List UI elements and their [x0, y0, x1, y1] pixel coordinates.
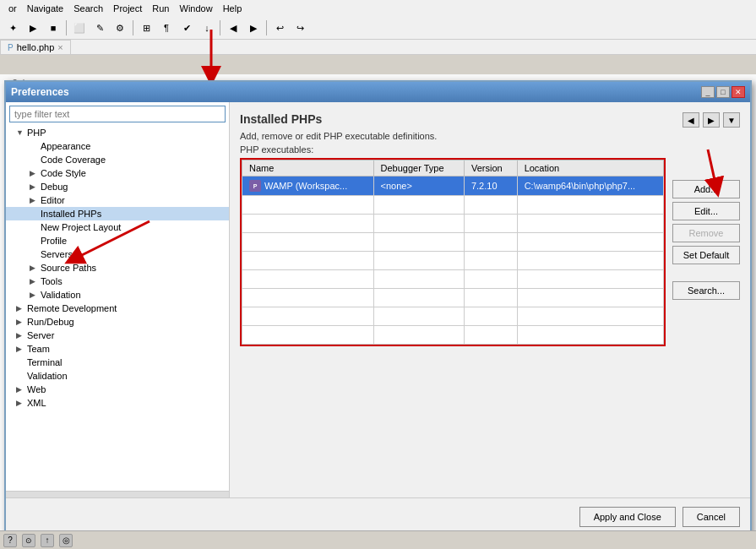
filter-input[interactable] [9, 106, 226, 122]
toolbar-btn-3[interactable]: ■ [44, 19, 63, 37]
col-debugger: Debugger Type [373, 160, 464, 177]
tree-label-editor: Editor [41, 195, 65, 205]
menu-project[interactable]: Project [108, 2, 147, 15]
nav-back-button[interactable]: ◀ [683, 112, 699, 128]
remove-button[interactable]: Remove [672, 224, 740, 242]
tree-item-tools[interactable]: ▶ Tools [6, 274, 229, 288]
status-icon-upload[interactable]: ↑ [41, 534, 54, 547]
toolbar-btn-11[interactable]: ◀ [224, 19, 242, 37]
apply-close-button[interactable]: Apply and Close [579, 507, 676, 527]
tree-label-code-coverage: Code Coverage [41, 155, 106, 165]
close-button[interactable]: ✕ [732, 86, 745, 98]
toolbar-btn-1[interactable]: ✦ [3, 19, 22, 37]
table-row[interactable]: P WAMP (Workspac... <none> 7.2.10 C:\wam… [242, 177, 664, 196]
editor-tab-hello-php[interactable]: P hello.php × [0, 40, 71, 54]
tree-label-servers: Servers [41, 249, 73, 259]
tab-icon: P [8, 43, 14, 52]
col-name: Name [242, 160, 374, 177]
tree-item-new-project-layout[interactable]: New Project Layout [6, 220, 229, 234]
table-row-empty-3 [242, 233, 664, 252]
tree-item-installed-phps[interactable]: Installed PHPs [6, 207, 229, 220]
tree-item-servers[interactable]: Servers [6, 247, 229, 261]
set-default-button[interactable]: Set Default [672, 246, 740, 264]
cell-debugger: <none> [373, 177, 464, 196]
tree-item-server[interactable]: ▶ Server [6, 329, 229, 342]
table-label: PHP executables: [240, 144, 740, 155]
cancel-button[interactable]: Cancel [683, 507, 740, 527]
php-icon: P [249, 180, 261, 192]
tree-item-validation-php[interactable]: ▶ Validation [6, 288, 229, 302]
expand-arrow-team: ▶ [16, 345, 24, 353]
toolbar-btn-9[interactable]: ✔ [177, 19, 196, 37]
toolbar-btn-2[interactable]: ▶ [24, 19, 42, 37]
tree-item-editor[interactable]: ▶ Editor [6, 193, 229, 207]
menu-run[interactable]: Run [147, 2, 174, 15]
toolbar-btn-13[interactable]: ↩ [270, 19, 289, 37]
table-row-empty-1 [242, 196, 664, 215]
expand-arrow-terminal [16, 358, 24, 367]
toolbar-btn-6[interactable]: ⚙ [111, 19, 129, 37]
tree-item-run-debug[interactable]: ▶ Run/Debug [6, 315, 229, 329]
menu-search[interactable]: Search [68, 2, 108, 15]
tree-item-php[interactable]: ▼ PHP [6, 126, 229, 139]
tree-label-validation-php: Validation [41, 290, 81, 300]
tab-label: hello.php [17, 42, 55, 52]
minimize-button[interactable]: _ [701, 86, 715, 98]
toolbar: ✦ ▶ ■ ⬜ ✎ ⚙ ⊞ ¶ ✔ ↓ ◀ ▶ ↩ ↪ [0, 17, 756, 40]
dialog-footer: Apply and Close Cancel [6, 497, 750, 535]
status-icon-help[interactable]: ? [3, 534, 17, 547]
toolbar-btn-10[interactable]: ↓ [198, 19, 216, 37]
tree-item-source-paths[interactable]: ▶ Source Paths [6, 261, 229, 274]
tree-item-appearance[interactable]: Appearance [6, 139, 229, 153]
tab-close[interactable]: × [57, 42, 63, 52]
toolbar-btn-12[interactable]: ▶ [244, 19, 263, 37]
tree-item-profile[interactable]: Profile [6, 234, 229, 247]
toolbar-btn-4[interactable]: ⬜ [70, 19, 89, 37]
tree-item-code-coverage[interactable]: Code Coverage [6, 153, 229, 166]
tree-item-remote-development[interactable]: ▶ Remote Development [6, 302, 229, 315]
horizontal-scrollbar[interactable] [6, 491, 229, 497]
toolbar-btn-5[interactable]: ✎ [90, 19, 109, 37]
expand-arrow-web: ▶ [16, 385, 24, 394]
maximize-button[interactable]: □ [716, 86, 730, 98]
expand-arrow-editor: ▶ [30, 196, 38, 204]
search-button[interactable]: Search... [672, 281, 740, 300]
nav-down-button[interactable]: ▼ [723, 112, 740, 128]
dialog-titlebar: Preferences _ □ ✕ [6, 82, 750, 102]
right-panel-title: Installed PHPs [240, 112, 740, 126]
menu-or[interactable]: or [3, 2, 22, 15]
tree-item-xml[interactable]: ▶ XML [6, 396, 229, 410]
tree-item-validation[interactable]: Validation [6, 369, 229, 383]
expand-arrow-code-style: ▶ [30, 169, 38, 177]
menu-navigate[interactable]: Navigate [22, 2, 68, 15]
toolbar-sep-4 [266, 20, 267, 35]
content-row: Name Debugger Type Version Location [240, 158, 740, 487]
tree-item-code-style[interactable]: ▶ Code Style [6, 166, 229, 180]
expand-arrow-debug: ▶ [30, 182, 38, 191]
preferences-dialog: Preferences _ □ ✕ ▼ PHP Appearance [4, 80, 752, 536]
table-row-empty-2 [242, 215, 664, 233]
toolbar-btn-14[interactable]: ↪ [291, 19, 309, 37]
toolbar-btn-7[interactable]: ⊞ [137, 19, 155, 37]
tree-item-terminal[interactable]: Terminal [6, 356, 229, 369]
toolbar-sep-2 [133, 20, 133, 35]
add-button[interactable]: Add... [672, 180, 740, 198]
toolbar-btn-8[interactable]: ¶ [157, 19, 176, 37]
nav-forward-button[interactable]: ▶ [703, 112, 720, 128]
table-area: Name Debugger Type Version Location [240, 158, 666, 487]
tree-label-validation: Validation [27, 371, 68, 381]
tree-item-team[interactable]: ▶ Team [6, 342, 229, 356]
menu-help[interactable]: Help [218, 2, 247, 15]
status-bar: ? ⊙ ↑ ◎ [0, 530, 756, 549]
edit-button[interactable]: Edit... [672, 202, 740, 220]
tree-label-source-paths: Source Paths [41, 263, 96, 273]
status-icon-sync[interactable]: ◎ [59, 534, 73, 547]
tree-item-web[interactable]: ▶ Web [6, 383, 229, 396]
wamp-name: WAMP (Workspac... [264, 181, 347, 191]
menu-bar: or Navigate Search Project Run Window He… [0, 0, 756, 17]
menu-window[interactable]: Window [175, 2, 218, 15]
status-icon-build[interactable]: ⊙ [22, 534, 35, 547]
tree-label-team: Team [27, 344, 50, 354]
tree-item-debug[interactable]: ▶ Debug [6, 180, 229, 193]
tab-bar: P hello.php × [0, 40, 756, 55]
